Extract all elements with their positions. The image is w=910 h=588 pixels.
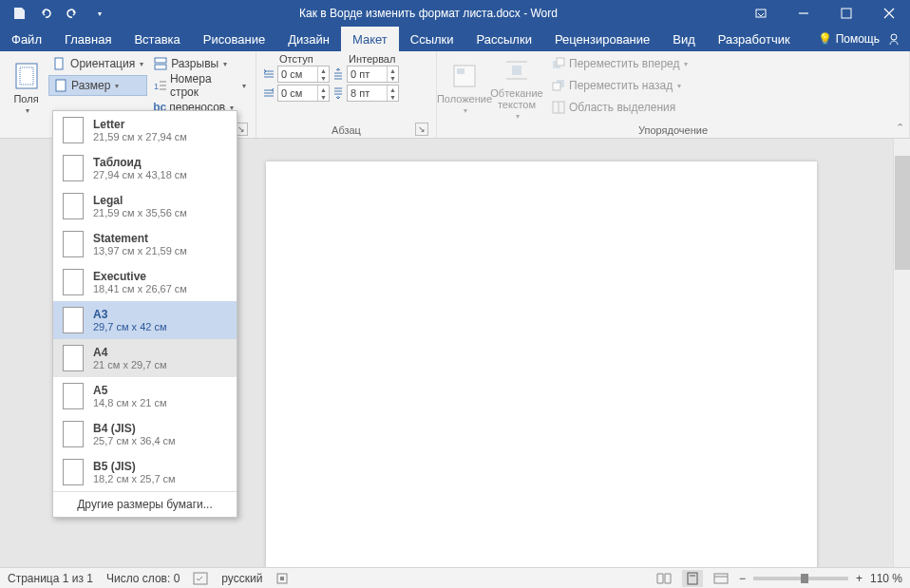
- status-macro[interactable]: [275, 572, 289, 585]
- size-option-b4-jis-[interactable]: B4 (JIS)25,7 см x 36,4 см: [53, 415, 237, 453]
- status-words[interactable]: Число слов: 0: [106, 572, 180, 585]
- page-size-icon: [63, 117, 84, 143]
- zoom-out[interactable]: −: [739, 572, 746, 585]
- spacing-after[interactable]: 8 пт▲▼: [332, 84, 399, 103]
- tell-me[interactable]: 💡 Помощь: [818, 32, 880, 46]
- close-button[interactable]: [867, 0, 910, 27]
- collapse-ribbon[interactable]: ⌃: [896, 122, 904, 134]
- vertical-scrollbar[interactable]: [893, 139, 910, 567]
- redo-button[interactable]: [61, 2, 84, 25]
- svg-rect-30: [714, 574, 728, 583]
- breaks-icon: [153, 56, 168, 71]
- size-option--[interactable]: Таблоид27,94 см x 43,18 см: [53, 149, 237, 187]
- status-proof[interactable]: [193, 572, 208, 585]
- share-button[interactable]: [887, 32, 901, 46]
- indent-right-icon: [262, 86, 275, 100]
- group-paragraph: Отступ 0 см▲▼ 0 см▲▼ Интервал 0 пт▲▼: [256, 51, 437, 138]
- size-name: A4: [93, 346, 167, 359]
- minimize-icon: [798, 8, 809, 19]
- svg-rect-22: [553, 83, 560, 90]
- size-button[interactable]: Размер▾: [48, 75, 147, 96]
- size-option-statement[interactable]: Statement13,97 см x 21,59 см: [53, 225, 237, 263]
- size-option-a4[interactable]: A421 см x 29,7 см: [53, 339, 237, 377]
- more-paper-sizes[interactable]: Другие размеры бумаги...: [53, 492, 237, 517]
- indent-left[interactable]: 0 см▲▼: [262, 65, 330, 84]
- size-option-letter[interactable]: Letter21,59 см x 27,94 см: [53, 111, 237, 149]
- size-option-b5-jis-[interactable]: B5 (JIS)18,2 см x 25,7 см: [53, 453, 237, 491]
- paragraph-launcher[interactable]: ↘: [415, 123, 428, 136]
- size-name: B4 (JIS): [93, 422, 176, 435]
- status-language[interactable]: русский: [221, 572, 262, 585]
- status-page[interactable]: Страница 1 из 1: [8, 572, 93, 585]
- size-option-a3[interactable]: A329,7 см x 42 см: [53, 301, 237, 339]
- margins-button[interactable]: Поля▾: [6, 53, 47, 123]
- indent-left-icon: [262, 67, 275, 81]
- size-option-a5[interactable]: A514,8 см x 21 см: [53, 377, 237, 415]
- web-icon: [713, 572, 729, 585]
- orientation-icon: [52, 56, 67, 71]
- line-numbers-button[interactable]: 1 Номера строк▾: [149, 75, 250, 96]
- orientation-button[interactable]: Ориентация▾: [48, 53, 147, 74]
- bring-forward-button[interactable]: Переместить вперед▾: [547, 53, 692, 74]
- tab-references[interactable]: Ссылки: [399, 27, 465, 51]
- selection-pane-button[interactable]: Область выделения: [547, 97, 692, 118]
- page-size-icon: [63, 231, 84, 257]
- svg-rect-9: [155, 65, 166, 69]
- position-icon: [450, 62, 479, 90]
- tab-view[interactable]: Вид: [661, 27, 707, 51]
- svg-rect-16: [512, 66, 521, 75]
- size-dimensions: 25,7 см x 36,4 см: [93, 435, 176, 446]
- minimize-button[interactable]: [782, 0, 825, 27]
- size-dimensions: 14,8 см x 21 см: [93, 397, 167, 408]
- zoom-slider[interactable]: [753, 577, 848, 580]
- size-option-executive[interactable]: Executive18,41 см x 26,67 см: [53, 263, 237, 301]
- view-read[interactable]: [654, 570, 674, 587]
- page-size-icon: [63, 459, 84, 485]
- quick-access-toolbar: ▾: [0, 2, 118, 25]
- zoom-in[interactable]: +: [856, 572, 863, 585]
- size-dimensions: 29,7 см x 42 см: [93, 321, 167, 332]
- undo-button[interactable]: [34, 2, 57, 25]
- svg-rect-20: [557, 58, 564, 66]
- tab-file[interactable]: Файл: [0, 27, 53, 51]
- view-web[interactable]: [711, 570, 731, 587]
- size-dimensions: 21 см x 29,7 см: [93, 359, 167, 370]
- ribbon-tabs: Файл Главная Вставка Рисование Дизайн Ма…: [0, 27, 910, 51]
- read-icon: [656, 572, 672, 585]
- breaks-button[interactable]: Разрывы▾: [149, 53, 250, 74]
- tab-review[interactable]: Рецензирование: [543, 27, 661, 51]
- send-backward-button[interactable]: Переместить назад▾: [547, 75, 692, 96]
- view-print[interactable]: [682, 570, 703, 587]
- position-button[interactable]: Положение▾: [443, 53, 486, 123]
- wrap-text-button[interactable]: Обтекание текстом▾: [488, 53, 545, 123]
- tab-home[interactable]: Главная: [53, 27, 123, 51]
- size-option-legal[interactable]: Legal21,59 см x 35,56 см: [53, 187, 237, 225]
- scroll-thumb[interactable]: [895, 156, 910, 270]
- zoom-level[interactable]: 110 %: [870, 572, 902, 585]
- group-arrange: Положение▾ Обтекание текстом▾ Переместит…: [437, 51, 910, 138]
- tab-layout[interactable]: Макет: [341, 27, 399, 51]
- size-dimensions: 18,2 см x 25,7 см: [93, 473, 176, 484]
- ribbon-display-icon: [754, 7, 768, 20]
- maximize-button[interactable]: [825, 0, 867, 27]
- page-canvas[interactable]: [266, 161, 817, 567]
- size-name: Legal: [93, 194, 187, 207]
- size-dimensions: 13,97 см x 21,59 см: [93, 245, 187, 256]
- save-button[interactable]: [8, 2, 30, 25]
- spacing-before[interactable]: 0 пт▲▼: [332, 65, 399, 84]
- tab-design[interactable]: Дизайн: [276, 27, 341, 51]
- spacing-before-icon: [332, 67, 345, 81]
- selection-icon: [551, 100, 566, 115]
- size-dimensions: 27,94 см x 43,18 см: [93, 169, 187, 180]
- print-layout-icon: [685, 572, 700, 585]
- size-name: Statement: [93, 232, 187, 245]
- ribbon-options-button[interactable]: [739, 0, 782, 27]
- tab-developer[interactable]: Разработчик: [707, 27, 802, 51]
- tab-insert[interactable]: Вставка: [123, 27, 191, 51]
- tab-mailings[interactable]: Рассылки: [465, 27, 543, 51]
- tab-draw[interactable]: Рисование: [192, 27, 276, 51]
- zoom-thumb[interactable]: [801, 574, 808, 583]
- size-name: Letter: [93, 118, 187, 131]
- indent-right[interactable]: 0 см▲▼: [262, 84, 330, 103]
- qat-customize[interactable]: ▾: [87, 2, 110, 25]
